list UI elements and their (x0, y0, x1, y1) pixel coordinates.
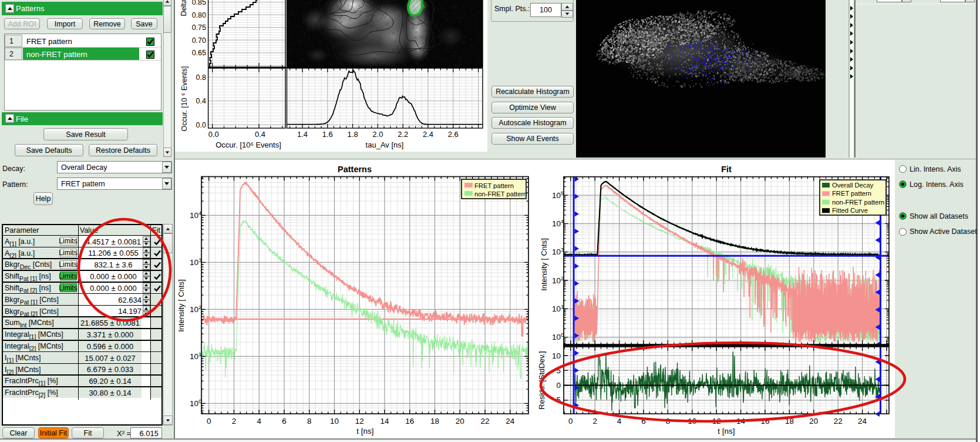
svg-text:Fitted Curve: Fitted Curve (832, 207, 868, 214)
svg-text:0: 0 (207, 417, 211, 426)
svg-text:Overall Decay: Overall Decay (832, 182, 874, 189)
svg-text:Intensity [ Cnts]: Intensity [ Cnts] (540, 238, 548, 291)
svg-text:10: 10 (190, 305, 198, 314)
svg-text:8: 8 (307, 417, 312, 426)
svg-text:Occur. [10 ⁶ Events]: Occur. [10 ⁶ Events] (180, 66, 188, 132)
svg-text:5: 5 (561, 190, 564, 196)
svg-text:1.4: 1.4 (297, 130, 308, 139)
svg-text:3: 3 (561, 246, 564, 253)
svg-text:0.80: 0.80 (192, 11, 206, 19)
svg-text:4: 4 (561, 218, 564, 225)
svg-text:2.2: 2.2 (398, 130, 408, 139)
svg-text:10: 10 (190, 211, 198, 220)
svg-text:2.6: 2.6 (448, 130, 459, 139)
svg-text:10: 10 (330, 417, 339, 426)
svg-text:0.8: 0.8 (196, 73, 206, 82)
svg-text:10: 10 (190, 352, 198, 361)
svg-text:10: 10 (552, 191, 561, 200)
svg-text:24: 24 (506, 417, 515, 426)
svg-text:1: 1 (561, 303, 564, 310)
svg-text:22: 22 (481, 417, 490, 426)
svg-text:0.65: 0.65 (192, 49, 206, 57)
svg-text:1.6: 1.6 (322, 130, 333, 139)
svg-text:0: 0 (198, 398, 202, 404)
svg-text:10: 10 (552, 247, 561, 256)
svg-text:10: 10 (552, 304, 561, 313)
svg-text:non-FRET pattern: non-FRET pattern (832, 199, 884, 206)
svg-text:non-FRET pattern: non-FRET pattern (474, 190, 527, 197)
svg-text:3: 3 (198, 257, 201, 263)
svg-text:0.0: 0.0 (208, 130, 219, 139)
svg-text:2.4: 2.4 (423, 130, 433, 139)
svg-text:10: 10 (552, 276, 561, 285)
svg-text:14: 14 (380, 417, 390, 426)
svg-text:4: 4 (257, 417, 261, 426)
svg-text:4: 4 (198, 210, 202, 216)
svg-text:0.4: 0.4 (196, 97, 206, 105)
svg-text:Occur. [10⁶ Events]: Occur. [10⁶ Events] (215, 140, 281, 149)
svg-text:Delta: Delta (180, 0, 188, 16)
svg-text:1: 1 (198, 351, 201, 357)
svg-text:FRET pattern: FRET pattern (474, 182, 514, 189)
svg-text:0.70: 0.70 (192, 36, 206, 45)
svg-text:16: 16 (405, 417, 414, 426)
svg-text:2: 2 (232, 417, 237, 426)
svg-text:6: 6 (282, 417, 287, 426)
svg-text:10: 10 (190, 399, 198, 408)
svg-text:t [ns]: t [ns] (356, 427, 373, 436)
svg-text:2.0: 2.0 (372, 130, 383, 139)
svg-text:20: 20 (456, 417, 464, 426)
svg-text:tau_Av [ns]: tau_Av [ns] (366, 140, 404, 149)
svg-text:0.85: 0.85 (192, 0, 206, 6)
svg-text:0.75: 0.75 (192, 24, 206, 32)
svg-text:FRET pattern: FRET pattern (832, 190, 871, 197)
svg-text:10: 10 (552, 219, 561, 228)
svg-text:2: 2 (198, 304, 201, 310)
svg-text:Fit: Fit (721, 165, 732, 174)
svg-text:1.8: 1.8 (348, 130, 358, 139)
svg-text:0.4: 0.4 (255, 130, 265, 139)
svg-text:18: 18 (430, 417, 439, 426)
svg-text:12: 12 (355, 417, 364, 426)
svg-text:10: 10 (190, 258, 198, 267)
svg-text:Patterns: Patterns (338, 165, 372, 174)
svg-text:2: 2 (561, 275, 564, 282)
svg-text:0.0: 0.0 (196, 121, 206, 129)
